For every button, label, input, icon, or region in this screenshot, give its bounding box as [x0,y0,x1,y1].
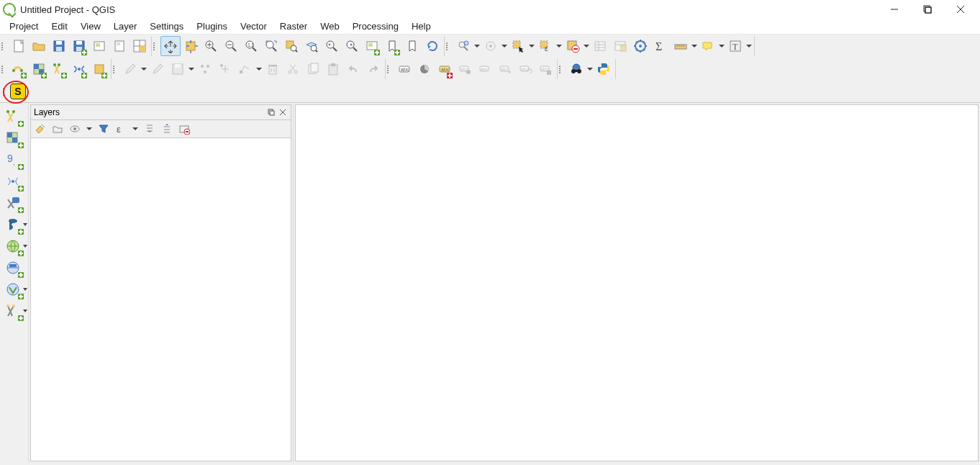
label-layer-button[interactable]: abc [394,59,414,79]
close-button[interactable] [944,0,977,19]
filter-legend-button[interactable] [97,122,110,135]
add-vector-button[interactable] [9,59,29,79]
filter-expression-button[interactable]: ε [114,122,127,135]
close-panel-icon[interactable] [278,107,288,117]
save-project-button[interactable] [49,36,69,56]
filter-expression-dropdown[interactable] [132,127,139,130]
map-canvas[interactable] [295,104,979,461]
new-geopackage-button[interactable] [69,59,89,79]
pan-to-selection-button[interactable] [181,36,201,56]
add-wcs-button[interactable] [0,257,26,279]
menu-plugins[interactable]: Plugins [190,19,234,33]
new-print-layout-button[interactable] [89,36,109,56]
style-manager-button[interactable] [130,36,150,56]
svg-point-93 [289,71,291,73]
highlight-labels-button[interactable]: abc [435,59,455,79]
zoom-native-button[interactable]: 1:1 [241,36,261,56]
measure-button[interactable] [671,36,691,56]
layers-panel-header[interactable]: Layers [30,104,291,120]
statistical-summary-button[interactable]: Σ [650,36,671,56]
zoom-full-button[interactable] [261,36,281,56]
measure-dropdown[interactable] [691,45,698,48]
deselect-all-button[interactable] [563,36,583,56]
new-virtual-layer-button[interactable] [0,300,26,322]
processing-toolbox-button[interactable] [630,36,650,56]
pan-map-button[interactable] [160,36,181,56]
open-attribute-table-button[interactable] [590,36,610,56]
zoom-last-button[interactable] [322,36,342,56]
menu-help[interactable]: Help [405,19,437,33]
style-layer-button[interactable] [34,122,47,135]
menu-web[interactable]: Web [314,19,346,33]
annotation-dropdown[interactable] [745,45,753,48]
save-project-as-button[interactable] [69,36,89,56]
add-raster-button[interactable] [29,59,49,79]
expand-all-button[interactable] [143,122,156,135]
minimize-button[interactable] [878,0,911,19]
add-raster-layer-button[interactable] [0,127,26,149]
add-virtual-layer-button[interactable] [0,192,26,214]
toolbar-area: 1:1 i ε Σ [0,35,980,103]
metasearch-dropdown[interactable] [586,68,594,71]
show-bookmarks-button[interactable] [402,36,422,56]
menu-project[interactable]: Project [3,19,45,33]
zoom-to-selection-button[interactable] [281,36,301,56]
zoom-to-layer-button[interactable] [301,36,322,56]
select-by-expression-button[interactable]: ε [535,36,555,56]
undock-icon[interactable] [266,107,276,117]
python-console-button[interactable] [594,59,614,79]
plugin-s-button[interactable]: S [10,83,26,99]
diagram-layer-button[interactable] [414,59,435,79]
menu-settings[interactable]: Settings [143,19,190,33]
add-group-button[interactable] [51,122,64,135]
manage-visibility-button[interactable] [68,122,81,135]
visibility-dropdown[interactable] [86,127,93,130]
menu-layer[interactable]: Layer [107,19,144,33]
add-spatialite-button[interactable] [0,171,26,192]
new-bookmark-button[interactable] [382,36,402,56]
map-tips-button[interactable] [698,36,718,56]
svg-text:abc: abc [441,67,450,72]
new-spatialite-button[interactable] [89,59,109,79]
new-shapefile-button[interactable] [49,59,69,79]
select-by-expression-dropdown[interactable] [555,45,563,48]
vertex-dropdown[interactable] [255,68,263,71]
menu-vector[interactable]: Vector [234,19,273,33]
edits-dropdown[interactable] [140,68,148,71]
text-annotation-button[interactable]: T [725,36,745,56]
identify-dropdown[interactable] [473,45,481,48]
deselect-dropdown[interactable] [583,45,590,48]
svg-rect-20 [140,46,145,52]
open-project-button[interactable] [29,36,49,56]
select-features-dropdown[interactable] [528,45,535,48]
menu-view[interactable]: View [74,19,107,33]
zoom-in-button[interactable] [201,36,221,56]
add-wms-button[interactable] [0,235,26,257]
menu-edit[interactable]: Edit [45,19,73,33]
zoom-out-button[interactable] [221,36,241,56]
maximize-button[interactable] [911,0,944,19]
add-delimited-text-button[interactable]: 9, [0,149,26,171]
collapse-all-button[interactable] [160,122,173,135]
add-wfs-button[interactable] [0,279,26,300]
new-project-button[interactable] [9,36,29,56]
menu-raster[interactable]: Raster [273,19,314,33]
layers-tree[interactable] [30,137,291,461]
save-edits-dropdown[interactable] [188,68,195,71]
metasearch-button[interactable] [566,59,586,79]
menu-processing[interactable]: Processing [346,19,405,33]
action-dropdown[interactable] [501,45,508,48]
refresh-button[interactable] [422,36,443,56]
layout-manager-button[interactable] [109,36,130,56]
add-vector-layer-button[interactable] [0,106,26,127]
zoom-next-button[interactable] [342,36,362,56]
add-postgis-button[interactable] [0,214,26,235]
field-calculator-button[interactable] [610,36,630,56]
svg-line-38 [316,50,317,52]
svg-text:1:1: 1:1 [248,42,255,48]
identify-button[interactable]: i [453,36,473,56]
remove-layer-button[interactable] [178,122,191,135]
select-features-button[interactable] [508,36,528,56]
new-map-view-button[interactable] [362,36,382,56]
map-tips-dropdown[interactable] [718,45,725,48]
